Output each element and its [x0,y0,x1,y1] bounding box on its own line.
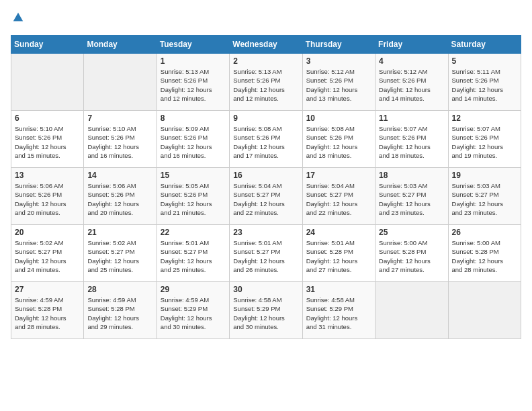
calendar-cell: 28Sunrise: 4:59 AMSunset: 5:28 PMDayligh… [84,282,157,339]
calendar-cell [375,282,448,339]
calendar-cell: 26Sunrise: 5:00 AMSunset: 5:28 PMDayligh… [448,225,521,282]
calendar-cell: 17Sunrise: 5:04 AMSunset: 5:27 PMDayligh… [302,168,375,225]
day-number: 27 [15,285,80,294]
day-number: 30 [233,285,298,294]
calendar-cell: 12Sunrise: 5:07 AMSunset: 5:26 PMDayligh… [448,111,521,168]
day-number: 6 [15,113,80,123]
calendar-cell: 24Sunrise: 5:01 AMSunset: 5:28 PMDayligh… [302,225,375,282]
day-info: Sunrise: 5:01 AMSunset: 5:27 PMDaylight:… [161,238,226,274]
day-number: 16 [233,171,298,180]
day-info: Sunrise: 5:00 AMSunset: 5:28 PMDaylight:… [452,238,517,274]
calendar-cell: 10Sunrise: 5:08 AMSunset: 5:26 PMDayligh… [302,111,375,168]
calendar-cell [84,54,157,111]
calendar-cell: 7Sunrise: 5:10 AMSunset: 5:26 PMDaylight… [84,111,157,168]
calendar-cell: 6Sunrise: 5:10 AMSunset: 5:26 PMDaylight… [11,111,84,168]
calendar-cell [448,282,521,339]
day-info: Sunrise: 5:12 AMSunset: 5:26 PMDaylight:… [306,67,371,103]
calendar-table: SundayMondayTuesdayWednesdayThursdayFrid… [11,35,521,339]
day-info: Sunrise: 5:11 AMSunset: 5:26 PMDaylight:… [452,67,517,103]
day-info: Sunrise: 5:02 AMSunset: 5:27 PMDaylight:… [15,238,80,274]
calendar-cell: 23Sunrise: 5:01 AMSunset: 5:27 PMDayligh… [230,225,302,282]
day-info: Sunrise: 5:08 AMSunset: 5:26 PMDaylight:… [233,124,298,160]
calendar-week-row: 6Sunrise: 5:10 AMSunset: 5:26 PMDaylight… [11,111,521,168]
day-info: Sunrise: 5:04 AMSunset: 5:27 PMDaylight:… [306,181,371,217]
day-info: Sunrise: 4:58 AMSunset: 5:29 PMDaylight:… [306,295,371,331]
day-number: 12 [452,113,517,123]
calendar-cell: 21Sunrise: 5:02 AMSunset: 5:27 PMDayligh… [84,225,157,282]
calendar-cell: 29Sunrise: 4:59 AMSunset: 5:29 PMDayligh… [157,282,229,339]
day-info: Sunrise: 5:13 AMSunset: 5:26 PMDaylight:… [233,67,298,103]
day-number: 7 [87,113,152,123]
calendar-cell: 16Sunrise: 5:04 AMSunset: 5:27 PMDayligh… [230,168,302,225]
day-info: Sunrise: 5:01 AMSunset: 5:28 PMDaylight:… [306,238,371,274]
day-number: 24 [306,228,371,237]
col-header-thursday: Thursday [302,36,375,54]
day-number: 25 [379,228,444,237]
day-info: Sunrise: 5:10 AMSunset: 5:26 PMDaylight:… [87,124,152,160]
day-number: 19 [452,171,517,180]
day-info: Sunrise: 4:59 AMSunset: 5:28 PMDaylight:… [87,295,152,331]
calendar-week-row: 27Sunrise: 4:59 AMSunset: 5:28 PMDayligh… [11,282,521,339]
day-number: 18 [379,171,444,180]
day-info: Sunrise: 5:05 AMSunset: 5:26 PMDaylight:… [161,181,226,217]
calendar-cell: 18Sunrise: 5:03 AMSunset: 5:27 PMDayligh… [375,168,448,225]
col-header-wednesday: Wednesday [230,36,302,54]
day-info: Sunrise: 5:13 AMSunset: 5:26 PMDaylight:… [161,67,226,103]
day-number: 11 [379,113,444,123]
day-info: Sunrise: 4:59 AMSunset: 5:28 PMDaylight:… [15,295,80,331]
day-info: Sunrise: 5:08 AMSunset: 5:26 PMDaylight:… [306,124,371,160]
logo [11,11,24,27]
day-number: 14 [87,171,152,180]
calendar-cell [11,54,84,111]
day-number: 28 [87,285,152,294]
day-number: 9 [233,113,298,123]
calendar-cell: 2Sunrise: 5:13 AMSunset: 5:26 PMDaylight… [230,54,302,111]
day-number: 10 [306,113,371,123]
calendar-cell: 14Sunrise: 5:06 AMSunset: 5:26 PMDayligh… [84,168,157,225]
day-info: Sunrise: 5:06 AMSunset: 5:26 PMDaylight:… [15,181,80,217]
day-number: 31 [306,285,371,294]
day-number: 4 [379,56,444,66]
day-number: 29 [161,285,226,294]
day-info: Sunrise: 5:07 AMSunset: 5:26 PMDaylight:… [379,124,444,160]
calendar-cell: 4Sunrise: 5:12 AMSunset: 5:26 PMDaylight… [375,54,448,111]
calendar-cell: 31Sunrise: 4:58 AMSunset: 5:29 PMDayligh… [302,282,375,339]
day-number: 3 [306,56,371,66]
calendar-cell: 22Sunrise: 5:01 AMSunset: 5:27 PMDayligh… [157,225,229,282]
col-header-friday: Friday [375,36,448,54]
calendar-week-row: 1Sunrise: 5:13 AMSunset: 5:26 PMDaylight… [11,54,521,111]
day-number: 17 [306,171,371,180]
day-info: Sunrise: 4:58 AMSunset: 5:29 PMDaylight:… [233,295,298,331]
day-info: Sunrise: 5:07 AMSunset: 5:26 PMDaylight:… [452,124,517,160]
day-info: Sunrise: 5:10 AMSunset: 5:26 PMDaylight:… [15,124,80,160]
day-number: 22 [161,228,226,237]
page-header [11,11,521,27]
day-number: 15 [161,171,226,180]
calendar-header-row: SundayMondayTuesdayWednesdayThursdayFrid… [11,36,521,54]
col-header-sunday: Sunday [11,36,84,54]
logo-icon [12,11,24,24]
col-header-tuesday: Tuesday [157,36,229,54]
calendar-cell: 3Sunrise: 5:12 AMSunset: 5:26 PMDaylight… [302,54,375,111]
day-number: 1 [161,56,226,66]
calendar-week-row: 20Sunrise: 5:02 AMSunset: 5:27 PMDayligh… [11,225,521,282]
day-info: Sunrise: 5:06 AMSunset: 5:26 PMDaylight:… [87,181,152,217]
calendar-cell: 30Sunrise: 4:58 AMSunset: 5:29 PMDayligh… [230,282,302,339]
calendar-cell: 20Sunrise: 5:02 AMSunset: 5:27 PMDayligh… [11,225,84,282]
col-header-saturday: Saturday [448,36,521,54]
calendar-cell: 19Sunrise: 5:03 AMSunset: 5:27 PMDayligh… [448,168,521,225]
day-info: Sunrise: 5:04 AMSunset: 5:27 PMDaylight:… [233,181,298,217]
day-number: 5 [452,56,517,66]
calendar-cell: 8Sunrise: 5:09 AMSunset: 5:26 PMDaylight… [157,111,229,168]
calendar-cell: 13Sunrise: 5:06 AMSunset: 5:26 PMDayligh… [11,168,84,225]
svg-marker-0 [13,13,23,21]
day-info: Sunrise: 5:12 AMSunset: 5:26 PMDaylight:… [379,67,444,103]
calendar-cell: 25Sunrise: 5:00 AMSunset: 5:28 PMDayligh… [375,225,448,282]
col-header-monday: Monday [84,36,157,54]
calendar-week-row: 13Sunrise: 5:06 AMSunset: 5:26 PMDayligh… [11,168,521,225]
day-number: 8 [161,113,226,123]
day-info: Sunrise: 5:09 AMSunset: 5:26 PMDaylight:… [161,124,226,160]
day-info: Sunrise: 5:01 AMSunset: 5:27 PMDaylight:… [233,238,298,274]
calendar-cell: 27Sunrise: 4:59 AMSunset: 5:28 PMDayligh… [11,282,84,339]
day-info: Sunrise: 5:03 AMSunset: 5:27 PMDaylight:… [452,181,517,217]
